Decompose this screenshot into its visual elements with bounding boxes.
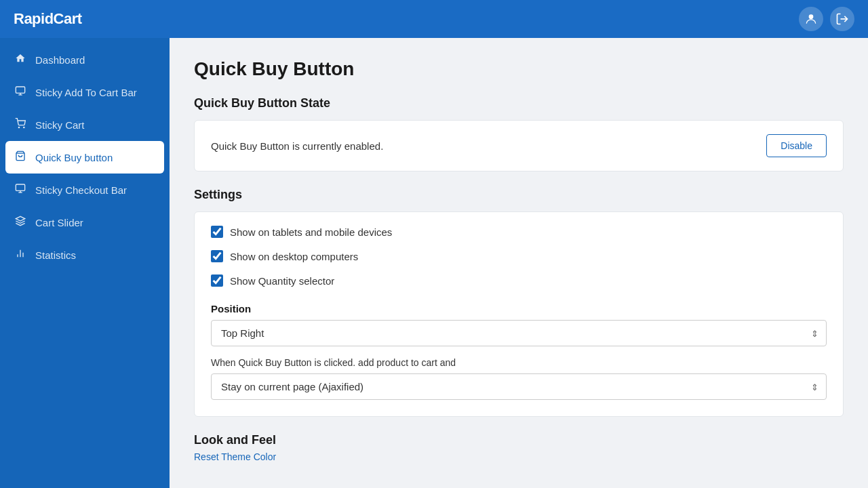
sidebar-item-dashboard[interactable]: Dashboard xyxy=(0,43,170,76)
bar-chart-icon xyxy=(14,248,27,262)
sidebar-item-quick-buy-button-label: Quick Buy button xyxy=(35,152,113,163)
checkbox-desktop-label: Show on desktop computers xyxy=(230,251,358,262)
state-section-title: Quick Buy Button State xyxy=(194,96,844,110)
monitor-icon xyxy=(14,85,27,99)
checkbox-tablets-mobile-input[interactable] xyxy=(211,226,223,238)
sidebar-item-statistics-label: Statistics xyxy=(35,249,76,261)
layout: Dashboard Sticky Add To Cart Bar Sticky … xyxy=(0,38,868,488)
user-icon-button[interactable] xyxy=(799,7,823,31)
status-row: Quick Buy Button is currently enabled. D… xyxy=(211,134,827,157)
header: RapidCart xyxy=(0,0,868,38)
sidebar-item-dashboard-label: Dashboard xyxy=(35,54,85,66)
click-action-select[interactable]: Stay on current page (Ajaxified) Go to c… xyxy=(211,373,827,400)
page-title: Quick Buy Button xyxy=(194,58,844,80)
disable-button[interactable]: Disable xyxy=(766,134,827,157)
checkbox-tablets-mobile-label: Show on tablets and mobile devices xyxy=(230,226,392,238)
sidebar-item-cart-slider[interactable]: Cart Slider xyxy=(0,206,170,239)
sidebar-item-sticky-cart[interactable]: Sticky Cart xyxy=(0,108,170,141)
svg-point-6 xyxy=(24,127,24,127)
settings-card: Show on tablets and mobile devices Show … xyxy=(194,211,844,417)
cart-icon xyxy=(14,118,27,131)
logo: RapidCart xyxy=(14,10,82,28)
checkout-icon xyxy=(14,183,27,197)
sidebar-item-cart-slider-label: Cart Slider xyxy=(35,217,83,228)
home-icon xyxy=(14,53,27,66)
logout-icon-button[interactable] xyxy=(830,7,854,31)
checkbox-group: Show on tablets and mobile devices Show … xyxy=(211,226,827,287)
sidebar-item-sticky-checkout-bar-label: Sticky Checkout Bar xyxy=(35,184,127,196)
click-action-label: When Quick Buy Button is clicked. add pr… xyxy=(211,357,827,368)
sidebar-item-sticky-add-to-cart-bar[interactable]: Sticky Add To Cart Bar xyxy=(0,76,170,108)
checkbox-tablets-mobile[interactable]: Show on tablets and mobile devices xyxy=(211,226,827,238)
state-card: Quick Buy Button is currently enabled. D… xyxy=(194,120,844,171)
look-feel-title: Look and Feel xyxy=(194,433,844,447)
checkbox-quantity[interactable]: Show Quantity selector xyxy=(211,274,827,287)
shopping-bag-icon xyxy=(14,150,27,164)
position-label: Position xyxy=(211,303,827,314)
checkbox-desktop-input[interactable] xyxy=(211,250,223,262)
svg-point-0 xyxy=(809,14,814,19)
main-content: Quick Buy Button Quick Buy Button State … xyxy=(170,38,868,488)
settings-title: Settings xyxy=(194,188,844,202)
header-actions xyxy=(799,7,854,31)
position-select[interactable]: Top Right Top Left Bottom Right Bottom L… xyxy=(211,320,827,346)
checkbox-quantity-label: Show Quantity selector xyxy=(230,275,334,287)
svg-marker-11 xyxy=(16,216,24,221)
layers-icon xyxy=(14,216,27,229)
svg-point-5 xyxy=(18,127,19,127)
sidebar-item-sticky-add-to-cart-bar-label: Sticky Add To Cart Bar xyxy=(35,87,137,98)
svg-rect-8 xyxy=(16,184,24,190)
click-action-select-wrapper: Stay on current page (Ajaxified) Go to c… xyxy=(211,373,827,400)
sidebar-item-sticky-checkout-bar[interactable]: Sticky Checkout Bar xyxy=(0,174,170,206)
sidebar: Dashboard Sticky Add To Cart Bar Sticky … xyxy=(0,38,170,488)
status-text: Quick Buy Button is currently enabled. xyxy=(211,140,383,152)
checkbox-quantity-input[interactable] xyxy=(211,274,223,287)
sidebar-item-quick-buy-button[interactable]: Quick Buy button xyxy=(5,141,164,174)
position-select-wrapper: Top Right Top Left Bottom Right Bottom L… xyxy=(211,320,827,346)
sidebar-item-sticky-cart-label: Sticky Cart xyxy=(35,119,85,131)
svg-rect-2 xyxy=(16,87,24,93)
look-feel-subtitle[interactable]: Reset Theme Color xyxy=(194,451,844,462)
checkbox-desktop[interactable]: Show on desktop computers xyxy=(211,250,827,262)
sidebar-item-statistics[interactable]: Statistics xyxy=(0,239,170,271)
